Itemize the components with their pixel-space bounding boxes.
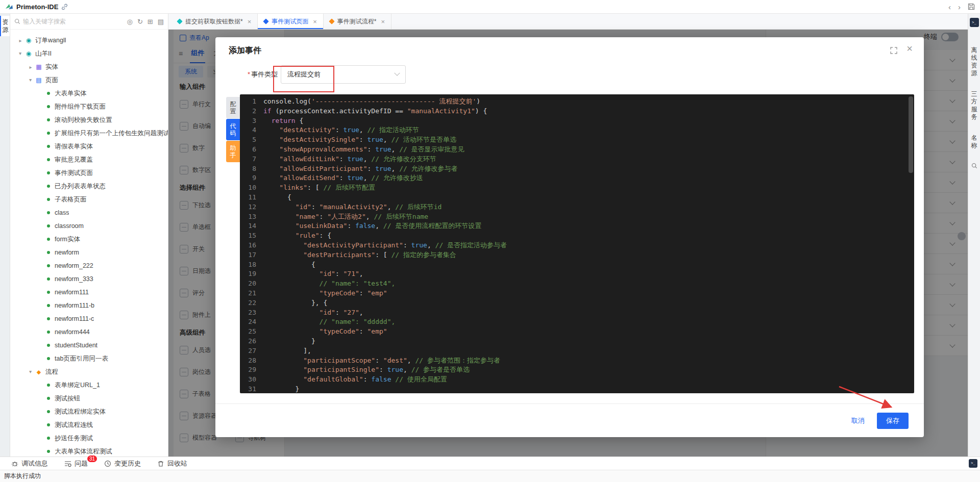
tree-item-label: 审批意见覆盖 <box>55 156 93 164</box>
tree-item[interactable]: newform_333 <box>10 272 168 286</box>
line-number: 29 <box>240 365 263 375</box>
file-type-icon <box>263 18 269 24</box>
tree-item[interactable]: ▸◉山羊II <box>10 47 168 60</box>
page-dot-icon <box>47 264 50 267</box>
tree-item[interactable]: 滚动到校验失败位置 <box>10 113 168 126</box>
tab-label: 事件测试页面 <box>272 17 308 26</box>
nav-forward-icon[interactable]: › <box>958 3 961 11</box>
resource-sidebar: ◎↻⊞▤ ▸◉订单wangll▸◉山羊II▸▦实体▸▤页面大表单实体附件组件下载… <box>10 14 168 456</box>
expand-all-icon[interactable]: ⊞ <box>148 18 153 25</box>
statusbar-problems[interactable]: 问题31 <box>64 459 88 468</box>
tree-item[interactable]: 大表单实体流程测试 <box>10 445 168 456</box>
tree-item[interactable]: ▸◆流程 <box>10 365 168 378</box>
tree-item[interactable]: 表单绑定URL_1 <box>10 378 168 392</box>
tree-item[interactable]: class <box>10 206 168 219</box>
close-tab-icon[interactable]: × <box>313 18 317 26</box>
tree-item[interactable]: form实体 <box>10 233 168 246</box>
tree-item[interactable]: 抄送任务测试 <box>10 432 168 445</box>
tree-item[interactable]: newform444 <box>10 325 168 339</box>
locate-icon[interactable]: ◎ <box>127 18 133 25</box>
terminal-panel-icon[interactable]: >_ <box>970 18 979 27</box>
tree-item[interactable]: 测试按钮 <box>10 392 168 405</box>
code-line: 7 "allowEditLink": true, // 允许修改分支环节 <box>240 155 914 164</box>
editor-tab[interactable]: 事件测试页面× <box>258 14 324 29</box>
editor-panel-tab-code[interactable]: 代码 <box>226 119 240 140</box>
code-line: 5 "destActivitySingle": true, // 活动环节是否单… <box>240 135 914 145</box>
tree-item[interactable]: 测试流程连线 <box>10 418 168 432</box>
tree-item[interactable]: ▸▦实体 <box>10 60 168 73</box>
right-panel-tab[interactable]: 三方服务 <box>968 90 980 121</box>
statusbar-history[interactable]: 变更历史 <box>104 459 141 468</box>
panel-layout-icon[interactable]: ▤ <box>158 18 164 25</box>
save-all-icon[interactable] <box>968 3 975 10</box>
tree-item[interactable]: ▸◉订单wangll <box>10 34 168 47</box>
expand-arrow-icon[interactable]: ▸ <box>16 38 24 43</box>
line-number: 18 <box>240 260 263 270</box>
close-icon[interactable]: × <box>906 43 913 54</box>
tree-item[interactable]: 大表单实体 <box>10 87 168 100</box>
title-bar: Primeton-IDE ‹ › <box>0 0 980 14</box>
collapse-arrow-icon[interactable]: ▸ <box>18 49 23 58</box>
expand-arrow-icon[interactable]: ▸ <box>27 64 35 70</box>
refresh-icon[interactable]: ↻ <box>137 18 143 25</box>
required-mark: * <box>248 70 250 78</box>
tree-item[interactable]: 事件测试页面 <box>10 166 168 180</box>
process-folder-icon: ◆ <box>35 369 43 375</box>
nav-back-icon[interactable]: ‹ <box>948 3 951 11</box>
tree-item-label: class <box>55 209 69 216</box>
tree-item[interactable]: newform111-c <box>10 312 168 325</box>
editor-panel-tab-config[interactable]: 配置 <box>226 97 240 118</box>
outline-search-icon[interactable] <box>971 163 977 169</box>
tree-item[interactable]: 扩展组件只有第一个上传包生效问题测试 <box>10 126 168 140</box>
tree-item[interactable]: newform <box>10 246 168 259</box>
tab-list: 提交前获取按钮数据*×事件测试页面×事件测试流程*× <box>172 14 391 29</box>
statusbar-debug[interactable]: 调试信息 <box>11 459 48 468</box>
line-number: 4 <box>240 125 263 135</box>
editor-panel-tab-assistant[interactable]: 助手 <box>226 141 240 162</box>
tree-item-label: 大表单实体 <box>55 89 87 98</box>
page-dot-icon <box>47 291 50 294</box>
right-panel-tab[interactable]: 名称 <box>968 134 980 149</box>
tree-item[interactable]: studentStudent <box>10 339 168 352</box>
tree-item[interactable]: 附件组件下载页面 <box>10 100 168 113</box>
tree-item[interactable]: newform111-b <box>10 299 168 312</box>
tree-item[interactable]: 审批意见覆盖 <box>10 153 168 166</box>
tree-item-label: 请假表单实体 <box>55 142 93 151</box>
close-tab-icon[interactable]: × <box>381 18 385 26</box>
cancel-button[interactable]: 取消 <box>851 416 865 425</box>
tree-item[interactable]: classroom <box>10 219 168 233</box>
tree-item[interactable]: ▸▤页面 <box>10 73 168 87</box>
line-number: 31 <box>240 385 263 393</box>
editor-tab[interactable]: 提交前获取按钮数据*× <box>172 14 258 29</box>
share-link-icon[interactable] <box>61 4 68 10</box>
tree-item[interactable]: newform111 <box>10 286 168 299</box>
tree-item[interactable]: newform_222 <box>10 259 168 272</box>
tree-item[interactable]: 子表格页面 <box>10 193 168 206</box>
event-type-select[interactable]: 流程提交前 <box>281 65 406 84</box>
statusbar-items: 调试信息问题31变更历史回收站 <box>11 459 187 468</box>
page-dot-icon <box>47 397 50 400</box>
debug-icon <box>11 460 18 467</box>
tree-item[interactable]: 已办列表表单状态 <box>10 180 168 193</box>
event-type-label: *事件类型 <box>239 70 278 79</box>
tree-item[interactable]: 测试流程绑定实体 <box>10 405 168 418</box>
save-button[interactable]: 保存 <box>877 413 909 429</box>
statusbar-trash[interactable]: 回收站 <box>157 459 187 468</box>
resources-panel-tab[interactable]: 资源 <box>0 16 10 36</box>
right-panel-tab[interactable]: 离线资源 <box>968 46 980 77</box>
collapse-arrow-icon[interactable]: ▸ <box>28 368 34 376</box>
search-input[interactable] <box>23 18 127 25</box>
collapse-arrow-icon[interactable]: ▸ <box>28 76 34 84</box>
tree-item[interactable]: tab页面引用同一表 <box>10 352 168 365</box>
fullscreen-icon[interactable] <box>890 47 897 54</box>
code-line: 4 "destActivity": true, // 指定活动环节 <box>240 125 914 135</box>
editor-scrollbar[interactable] <box>909 96 913 173</box>
code-line: 25 "typeCode": "emp" <box>240 327 914 337</box>
code-editor[interactable]: 1console.log('--------------------------… <box>240 94 914 393</box>
editor-tab[interactable]: 事件测试流程*× <box>324 14 391 29</box>
close-tab-icon[interactable]: × <box>248 18 252 26</box>
terminal-corner-icon[interactable]: >_ <box>969 459 977 468</box>
code-line: 6 "showApprovalComments": true, // 是否显示审… <box>240 145 914 155</box>
line-number: 8 <box>240 164 263 174</box>
tree-item[interactable]: 请假表单实体 <box>10 140 168 153</box>
